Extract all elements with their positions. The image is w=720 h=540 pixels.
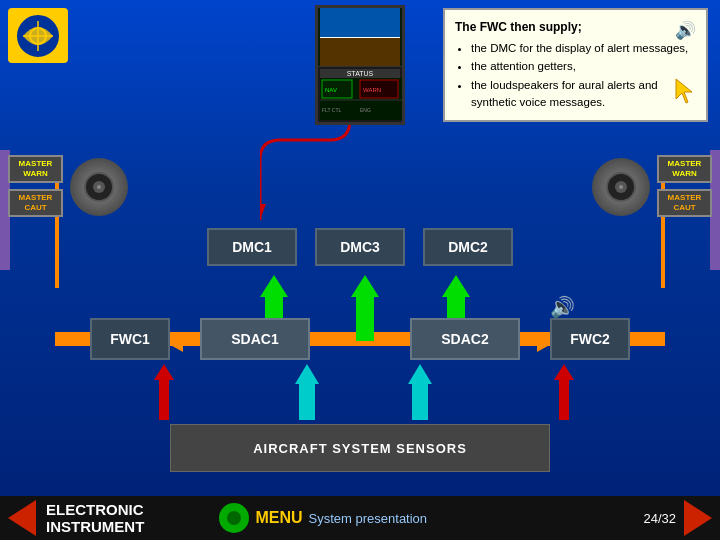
cursor-icon <box>674 77 696 110</box>
fwc1-box[interactable]: FWC1 <box>90 318 170 360</box>
cyan-arrowhead-sdac2 <box>408 364 432 384</box>
menu-label[interactable]: MENU <box>255 509 302 527</box>
prev-page-button[interactable] <box>8 500 36 536</box>
bottom-bar: ELECTRONIC INSTRUMENT MENU System presen… <box>0 496 720 540</box>
cursor-svg <box>674 77 696 105</box>
sdac1-box[interactable]: SDAC1 <box>200 318 310 360</box>
master-warn-left[interactable]: MASTER WARN <box>8 155 63 183</box>
svg-text:NAV: NAV <box>325 87 337 93</box>
green-arrowhead-3 <box>442 275 470 297</box>
efis-nd-display: NAV WARN FLT CTL ENG <box>320 78 402 120</box>
red-arrow-fwc1 <box>154 364 174 420</box>
svg-text:WARN: WARN <box>363 87 381 93</box>
info-list-item-3: the loudspeakers for aural alerts and sy… <box>471 77 696 112</box>
dmc2-box[interactable]: DMC2 <box>423 228 513 266</box>
logo-svg <box>13 13 63 59</box>
cyan-arrow-sdac2 <box>408 364 432 420</box>
speaker-left-svg <box>81 169 117 205</box>
efis-pfd-screen <box>318 8 402 67</box>
menu-icon-button[interactable] <box>219 503 249 533</box>
dmc-row: DMC1 DMC3 DMC2 <box>207 228 513 266</box>
svg-marker-11 <box>676 79 692 103</box>
svg-text:ENG: ENG <box>360 107 371 113</box>
fwc2-box[interactable]: FWC2 <box>550 318 630 360</box>
efis-status-label: STATUS <box>320 69 400 78</box>
efis-display: STATUS NAV WARN FLT CTL ENG <box>315 5 405 125</box>
sensors-label: AIRCRAFT SYSTEM SENSORS <box>253 441 467 456</box>
red-arrowhead-fwc2 <box>554 364 574 380</box>
sdac-fwc-row: FWC1 SDAC1 SDAC2 FWC2 <box>70 318 650 360</box>
info-box: The FWC then supply; the DMC for the dis… <box>443 8 708 122</box>
pfd-content <box>320 8 400 66</box>
speaker-right <box>592 158 650 216</box>
red-stem-fwc1 <box>159 380 169 420</box>
red-arrowhead-fwc1 <box>154 364 174 380</box>
horizon-sky <box>320 8 400 37</box>
horizon-ground <box>320 37 400 66</box>
efis-nd-screen: STATUS NAV WARN FLT CTL ENG <box>318 67 402 122</box>
master-caut-right[interactable]: MASTER CAUT <box>657 189 712 217</box>
logo <box>8 8 68 63</box>
red-arrow-fwc2 <box>554 364 574 420</box>
sensors-box: AIRCRAFT SYSTEM SENSORS <box>170 424 550 472</box>
info-box-list: the DMC for the display of alert message… <box>455 40 696 111</box>
master-warn-right[interactable]: MASTER WARN <box>657 155 712 183</box>
cyan-stem-sdac1 <box>299 384 315 420</box>
bottom-bar-title: ELECTRONIC INSTRUMENT <box>46 501 213 535</box>
speaker-right-svg <box>603 169 639 205</box>
info-list-item-2: the attention getters, <box>471 58 696 75</box>
speaker-left <box>70 158 128 216</box>
speaker-icon-center: 🔊 <box>550 295 575 319</box>
cyan-arrowhead-sdac1 <box>295 364 319 384</box>
red-stem-fwc2 <box>559 380 569 420</box>
svg-text:FLT CTL: FLT CTL <box>322 107 341 113</box>
green-arrowhead-1 <box>260 275 288 297</box>
dmc1-box[interactable]: DMC1 <box>207 228 297 266</box>
panel-left: MASTER WARN MASTER CAUT <box>8 155 63 217</box>
panel-right: MASTER WARN MASTER CAUT <box>657 155 712 217</box>
speaker-icon-infobox: 🔊 <box>675 18 696 44</box>
info-list-item-1: the DMC for the display of alert message… <box>471 40 696 57</box>
dmc3-box[interactable]: DMC3 <box>315 228 405 266</box>
next-page-button[interactable] <box>684 500 712 536</box>
svg-point-14 <box>97 185 101 189</box>
cyan-arrow-sdac1 <box>295 364 319 420</box>
svg-marker-10 <box>260 204 266 220</box>
horizon-line <box>320 37 400 38</box>
info-box-title: The FWC then supply; <box>455 18 696 36</box>
svg-point-17 <box>619 185 623 189</box>
cyan-stem-sdac2 <box>412 384 428 420</box>
sdac2-box[interactable]: SDAC2 <box>410 318 520 360</box>
green-arrowhead-2 <box>351 275 379 297</box>
page-number: 24/32 <box>643 511 676 526</box>
master-caut-left[interactable]: MASTER CAUT <box>8 189 63 217</box>
bottom-subtitle: System presentation <box>309 511 644 526</box>
